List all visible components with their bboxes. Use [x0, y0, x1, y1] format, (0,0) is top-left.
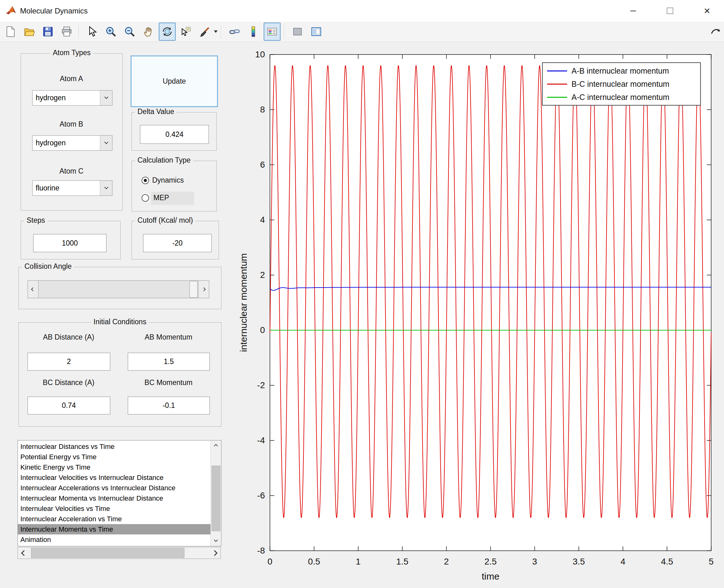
cutoff-field[interactable]: -20 — [143, 234, 212, 252]
edit-plot-cursor-icon — [86, 26, 98, 38]
listbox-horizontal-scrollbar[interactable] — [18, 547, 221, 559]
radio-mep-label: MEP — [153, 194, 169, 202]
update-button[interactable]: Update — [131, 56, 218, 107]
radio-dynamics[interactable] — [142, 177, 149, 184]
slider-thumb[interactable] — [189, 281, 198, 298]
atom-a-dropdown[interactable]: hydrogen — [32, 90, 112, 106]
collision-angle-slider[interactable] — [27, 280, 209, 298]
atom-b-dropdown-button[interactable] — [100, 135, 112, 150]
list-item[interactable]: Internuclear Acceleration vs Time — [18, 514, 211, 524]
bc-momentum-field[interactable]: -0.1 — [128, 397, 210, 415]
plot-legend[interactable]: A-B internuclear momentum B-C internucle… — [542, 62, 701, 106]
chevron-left-icon — [31, 287, 35, 291]
chevron-down-icon — [104, 140, 108, 144]
print-figure-button[interactable] — [58, 23, 75, 41]
plot-type-listbox[interactable]: Internuclear Distances vs TimePotential … — [18, 440, 221, 546]
pan-button[interactable] — [140, 23, 157, 41]
figure-toolbar — [0, 22, 724, 42]
zoom-out-button[interactable] — [121, 23, 138, 41]
list-item[interactable]: Internuclear Momenta vs Internuclear Dis… — [18, 493, 211, 503]
list-item[interactable]: Internuclear Momenta vs Time — [18, 524, 211, 534]
new-figure-button[interactable] — [2, 23, 19, 41]
bc-distance-field[interactable]: 0.74 — [27, 397, 110, 415]
svg-text:-2: -2 — [257, 380, 265, 390]
atom-b-value: hydrogen — [33, 135, 100, 150]
svg-text:2.5: 2.5 — [485, 557, 497, 566]
list-item[interactable]: Animation — [18, 534, 211, 545]
window-title: Molecular Dynamics — [20, 0, 88, 22]
list-item[interactable]: Internuclear Velocities vs Internuclear … — [18, 472, 211, 483]
pan-hand-icon — [143, 26, 154, 38]
atom-a-dropdown-button[interactable] — [100, 90, 112, 105]
save-figure-button[interactable] — [40, 23, 56, 41]
list-item[interactable]: Internulear Velocities vs Time — [18, 503, 211, 514]
link-plot-button[interactable] — [226, 23, 243, 41]
svg-text:1.5: 1.5 — [396, 557, 408, 566]
list-item[interactable]: Kinetic Energy vs Time — [18, 462, 211, 472]
matlab-logo-icon — [5, 5, 17, 17]
hide-plot-tools-button[interactable] — [289, 23, 306, 41]
svg-text:time: time — [482, 571, 499, 582]
list-item[interactable]: Potential Energy vs Time — [18, 452, 211, 462]
svg-text:0: 0 — [268, 557, 273, 566]
atom-a-label: Atom A — [21, 75, 122, 83]
brush-dropdown-caret-icon[interactable] — [214, 30, 218, 33]
svg-text:2: 2 — [444, 557, 449, 566]
insert-legend-button[interactable] — [264, 23, 281, 41]
steps-field[interactable]: 1000 — [33, 234, 106, 252]
minimize-button[interactable] — [622, 0, 644, 22]
scroll-right-button[interactable] — [209, 547, 220, 559]
edit-plot-button[interactable] — [84, 23, 101, 41]
scroll-down-button[interactable] — [211, 536, 221, 546]
atom-a-value: hydrogen — [33, 90, 100, 105]
svg-text:2: 2 — [260, 270, 265, 280]
svg-text:internuclear momentum: internuclear momentum — [238, 253, 249, 352]
rotate-3d-button[interactable] — [159, 23, 176, 41]
toolbar-overflow-button[interactable] — [710, 26, 721, 38]
legend-entry: A-C internuclear momentum — [543, 93, 700, 102]
slider-left-arrow-button[interactable] — [28, 281, 39, 298]
show-plot-tools-icon — [310, 26, 322, 38]
figure-window: Molecular Dynamics ✕ — [0, 0, 724, 588]
delta-value-field[interactable]: 0.424 — [140, 125, 209, 144]
show-plot-tools-button[interactable] — [308, 23, 325, 41]
atom-types-legend: Atom Types — [50, 48, 93, 57]
scroll-left-button[interactable] — [18, 547, 30, 559]
svg-text:3: 3 — [532, 557, 537, 566]
minimize-icon — [631, 10, 636, 11]
slider-right-arrow-button[interactable] — [198, 281, 209, 298]
data-cursor-button[interactable] — [177, 23, 194, 41]
zoom-in-button[interactable] — [102, 23, 119, 41]
brush-data-button[interactable] — [196, 23, 213, 41]
svg-text:0: 0 — [260, 325, 265, 335]
toolbar-separator — [78, 25, 79, 39]
atom-b-dropdown[interactable]: hydrogen — [32, 135, 112, 151]
insert-colorbar-button[interactable] — [245, 23, 262, 41]
listbox-vertical-scrollbar[interactable] — [210, 440, 221, 546]
brush-icon — [199, 26, 211, 38]
ab-momentum-label: AB Momentum — [128, 333, 209, 341]
ab-distance-field[interactable]: 2 — [27, 353, 110, 371]
horizontal-scroll-thumb[interactable] — [31, 548, 185, 558]
cutoff-legend: Cutoff (Kcal/ mol) — [135, 216, 195, 225]
legend-label: A-B internuclear momentum — [572, 66, 669, 76]
atom-c-dropdown-button[interactable] — [100, 181, 112, 195]
svg-text:-6: -6 — [257, 490, 265, 500]
zoom-out-icon — [124, 26, 135, 38]
legend-entry: A-B internuclear momentum — [543, 66, 700, 76]
list-item[interactable]: Internuclear Accelerations vs Internucle… — [18, 483, 211, 493]
atom-c-dropdown[interactable]: fluorine — [32, 181, 112, 196]
list-item[interactable]: Internuclear Distances vs Time — [18, 441, 211, 452]
listbox-items: Internuclear Distances vs TimePotential … — [18, 441, 211, 546]
scroll-up-button[interactable] — [211, 440, 221, 451]
bc-momentum-label: BC Momentum — [128, 378, 209, 387]
svg-text:4: 4 — [260, 215, 265, 225]
open-file-button[interactable] — [21, 23, 38, 41]
maximize-button[interactable] — [659, 0, 680, 22]
radio-mep[interactable] — [142, 194, 149, 202]
ab-momentum-field[interactable]: 1.5 — [128, 353, 210, 371]
svg-text:4: 4 — [620, 557, 625, 566]
vertical-scroll-thumb[interactable] — [211, 465, 220, 531]
close-button[interactable]: ✕ — [697, 0, 718, 22]
legend-line-swatch-red — [547, 84, 567, 85]
